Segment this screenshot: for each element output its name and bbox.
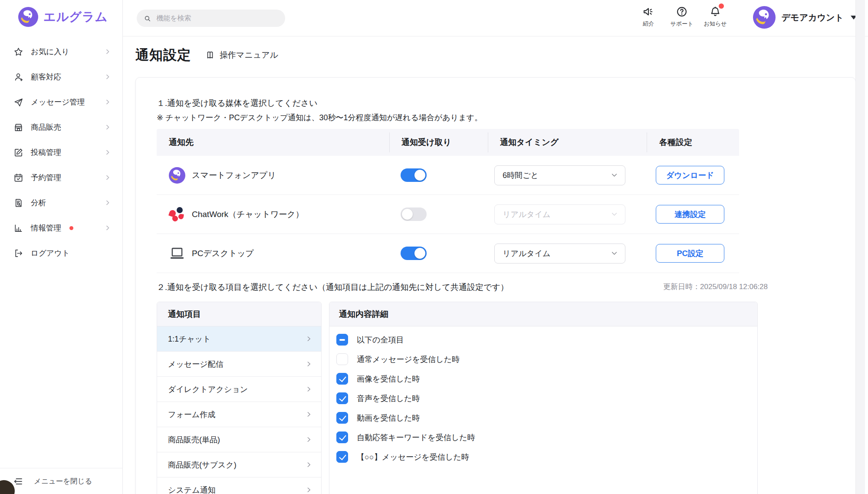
sidebar-item-analytics[interactable]: 分析 [0, 190, 122, 215]
sidebar-item-information-management[interactable]: 情報管理 [0, 215, 122, 240]
sidebar-item-label: 顧客対応 [31, 72, 61, 82]
chevron-right-icon [104, 224, 111, 231]
notify-item-1-1-chat[interactable]: 1:1チャット [157, 326, 321, 352]
manual-link-label: 操作マニュアル [220, 49, 278, 61]
notify-item-product-subscription[interactable]: 商品販売(サブスク) [157, 452, 321, 478]
checkbox[interactable] [336, 431, 348, 443]
timing-select: リアルタイム [494, 204, 625, 224]
column-divider [488, 132, 488, 152]
updated-timestamp: 更新日時：2025/09/18 12:06:28 [663, 282, 768, 292]
notify-items-header: 通知項目 [157, 302, 321, 326]
referral-button[interactable]: 紹介 [630, 5, 667, 28]
checkbox-row-auto-reply-keyword: 自動応答キーワードを受信した時 [336, 428, 757, 447]
section1-heading: １.通知を受け取る媒体を選択してください [157, 98, 318, 109]
menu-collapse-button[interactable]: メニューを閉じる [0, 468, 122, 494]
media-table: 通知先 通知受け取り 通知タイミング 各種設定 スマートフォンアプリ 6時間ごと [157, 129, 739, 273]
notify-item-message-delivery[interactable]: メッセージ配信 [157, 352, 321, 377]
checkbox-row-video-received: 動画を受信した時 [336, 408, 757, 428]
timing-select[interactable]: 6時間ごと [494, 165, 625, 185]
notify-item-form-creation[interactable]: フォーム作成 [157, 402, 321, 427]
notices-label: お知らせ [704, 20, 727, 28]
checkbox-row-image-received: 画像を受信した時 [336, 369, 757, 389]
sidebar-item-reservation-management[interactable]: 予約管理 [0, 165, 122, 190]
media-row-smartphone-app: スマートフォンアプリ 6時間ごと ダウンロード [157, 156, 739, 195]
col-timing: 通知タイミング [500, 137, 559, 148]
checkbox[interactable] [336, 334, 348, 346]
app-logo[interactable]: エルグラム [18, 7, 108, 27]
receive-toggle[interactable] [401, 168, 427, 182]
chevron-right-icon [305, 411, 312, 418]
checkbox-label: 画像を受信した時 [357, 374, 420, 384]
checkbox[interactable] [336, 353, 348, 365]
paper-plane-icon [13, 97, 23, 107]
notification-dot [69, 226, 73, 230]
edit-icon [13, 147, 23, 158]
search-icon [144, 14, 151, 23]
notify-item-label: フォーム作成 [168, 409, 215, 420]
checkbox-row-all-items: 以下の全項目 [336, 330, 757, 349]
chevron-right-icon [104, 199, 111, 206]
notices-button[interactable]: お知らせ [697, 5, 733, 28]
media-row-chatwork: ChatWork（チャットワーク） リアルタイム 連携設定 [157, 195, 739, 234]
notify-item-label: 1:1チャット [168, 334, 211, 344]
notify-item-label: 商品販売(サブスク) [168, 460, 237, 470]
vertical-scrollbar[interactable] [855, 0, 865, 494]
checkbox[interactable] [336, 373, 348, 385]
sidebar-item-customer-support[interactable]: 顧客対応 [0, 64, 122, 89]
sidebar-item-post-management[interactable]: 投稿管理 [0, 140, 122, 165]
calendar-check-icon [13, 172, 23, 183]
manual-link[interactable]: 操作マニュアル [205, 49, 278, 61]
referral-label: 紹介 [643, 20, 654, 28]
receive-toggle[interactable] [401, 207, 427, 221]
storefront-icon [13, 122, 23, 132]
account-menu[interactable]: デモアカウント [753, 6, 857, 29]
media-row-pc-desktop: PCデスクトップ リアルタイム PC設定 [157, 234, 739, 273]
column-divider [389, 132, 390, 152]
checkbox-row-audio-received: 音声を受信した時 [336, 389, 757, 408]
sidebar-item-label: お気に入り [31, 46, 69, 57]
receive-toggle[interactable] [401, 247, 427, 260]
col-settings: 各種設定 [659, 137, 692, 148]
chevron-right-icon [104, 73, 111, 80]
search-input[interactable] [156, 14, 278, 22]
page-title: 通知設定 [135, 46, 191, 64]
sidebar-item-product-sales[interactable]: 商品販売 [0, 115, 122, 140]
person-icon [13, 72, 23, 82]
support-button[interactable]: サポート [664, 5, 700, 28]
main-content: 通知設定 操作マニュアル １.通知を受け取る媒体を選択してください ※ チャット… [123, 36, 868, 494]
checkbox-label: 動画を受信した時 [357, 413, 420, 423]
link-settings-button[interactable]: 連携設定 [656, 205, 724, 224]
sidebar-item-logout[interactable]: ログアウト [0, 240, 122, 266]
download-button[interactable]: ダウンロード [656, 166, 724, 184]
sidebar-item-message-management[interactable]: メッセージ管理 [0, 89, 122, 115]
checkbox-label: 【○○】メッセージを受信した時 [357, 452, 469, 462]
checkbox[interactable] [336, 412, 348, 424]
document-search-icon [13, 198, 23, 208]
checkbox-label: 以下の全項目 [357, 335, 404, 345]
timing-value: リアルタイム [503, 248, 551, 259]
timing-select[interactable]: リアルタイム [494, 244, 625, 263]
sidebar-item-favorites[interactable]: お気に入り [0, 39, 122, 64]
search-box[interactable] [137, 10, 285, 27]
app-logo-icon [169, 167, 185, 184]
notify-item-product-single[interactable]: 商品販売(単品) [157, 427, 321, 452]
chevron-right-icon [104, 174, 111, 181]
sidebar-item-label: 予約管理 [31, 172, 61, 183]
checkbox-label: 通常メッセージを受信した時 [357, 354, 460, 365]
topbar: 紹介 サポート お知らせ デモアカウント [123, 0, 868, 36]
media-table-header: 通知先 通知受け取り 通知タイミング 各種設定 [157, 129, 739, 156]
checkbox[interactable] [336, 392, 348, 404]
notify-detail-panel: 通知内容詳細 以下の全項目 通常メッセージを受信した時 画像を受信した時 音声を… [329, 302, 758, 494]
account-name: デモアカウント [782, 12, 844, 23]
notify-item-label: ダイレクトアクション [168, 384, 248, 395]
chevron-right-icon [104, 149, 111, 156]
col-destination: 通知先 [169, 137, 194, 148]
notify-item-label: 商品販売(単品) [168, 435, 220, 445]
notify-items-panel: 通知項目 1:1チャット メッセージ配信 ダイレクトアクション フォーム作成 商… [157, 302, 322, 494]
avatar [753, 6, 776, 29]
checkbox[interactable] [336, 451, 348, 463]
pc-settings-button[interactable]: PC設定 [656, 244, 724, 263]
settings-card: １.通知を受け取る媒体を選択してください ※ チャットワーク・PCデスクトップ通… [135, 77, 856, 494]
notify-item-system-notification[interactable]: システム通知 [157, 478, 321, 494]
notify-item-direct-action[interactable]: ダイレクトアクション [157, 377, 321, 402]
